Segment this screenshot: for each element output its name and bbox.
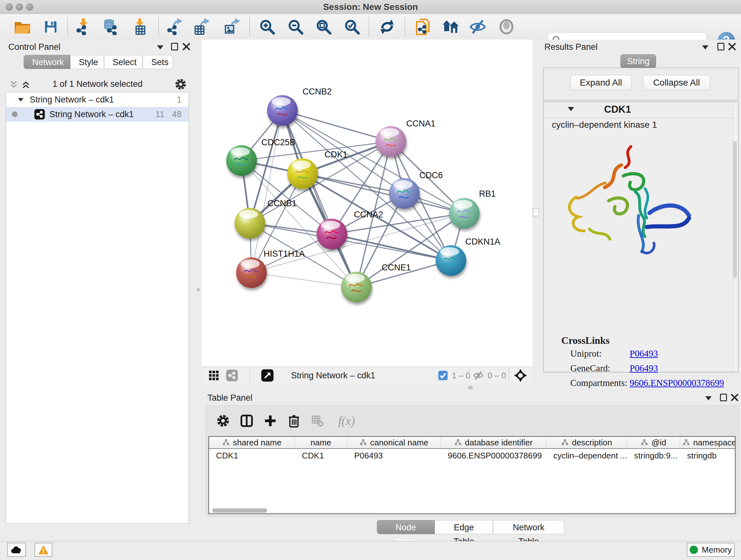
table-cell[interactable]: P06493 <box>347 449 441 462</box>
export-network-icon <box>166 18 183 35</box>
results-panel-float-icon[interactable] <box>718 43 724 51</box>
network-node-CDC6[interactable] <box>389 178 420 209</box>
create-column-button[interactable] <box>261 412 279 430</box>
show-all-button[interactable] <box>497 18 515 36</box>
tab-style[interactable]: Style <box>70 55 104 69</box>
tab-string[interactable]: String <box>620 54 656 68</box>
network-node-RB1[interactable] <box>449 198 480 229</box>
table-panel-close-icon[interactable] <box>730 393 739 402</box>
import-table-button[interactable] <box>131 18 148 36</box>
network-node-CCNA1[interactable] <box>376 126 406 157</box>
copy-style-button[interactable] <box>414 18 432 36</box>
control-network-splitter[interactable] <box>195 40 202 541</box>
network-node-CCNB1[interactable] <box>234 208 265 239</box>
collection-expand-icon[interactable] <box>18 98 23 101</box>
zoom-selected-button[interactable] <box>343 18 361 36</box>
table-cell[interactable]: 9606.ENSP00000378699 <box>441 449 546 462</box>
window-title: Session: New Session <box>0 2 741 12</box>
refresh-view-button[interactable] <box>378 18 396 36</box>
network-edge-CCNB2-CCNA1[interactable] <box>282 111 391 141</box>
tab-sets[interactable]: Sets <box>143 55 173 69</box>
network-collection-row[interactable]: String Network – cdk1 1 <box>6 92 189 107</box>
table-cell[interactable]: cyclin–dependent ... <box>546 449 627 462</box>
column-header-description[interactable]: description <box>546 437 627 448</box>
network-node-CDKN1A[interactable] <box>435 245 466 276</box>
crosslink-link[interactable]: 9606.ENSP00000378699 <box>630 378 724 388</box>
column-header-namespace[interactable]: namespace <box>680 437 736 448</box>
network-node-CCNB2[interactable] <box>267 95 298 126</box>
show-columns-button[interactable] <box>238 412 256 430</box>
delete-column-button[interactable] <box>285 412 303 430</box>
results-panel-dock-icon[interactable] <box>702 45 709 50</box>
warning-icon <box>38 545 49 555</box>
crosslink-link[interactable]: P06493 <box>630 348 658 359</box>
column-header--id[interactable]: @id <box>627 437 680 448</box>
tab-select[interactable]: Select <box>104 55 143 69</box>
results-scrollbar[interactable] <box>733 103 738 371</box>
network-node-CCNE1[interactable] <box>341 272 372 302</box>
warning-status-button[interactable] <box>35 543 52 557</box>
zoom-out-button[interactable] <box>286 18 305 36</box>
memory-button[interactable]: Memory <box>687 543 735 557</box>
table-cell[interactable]: CDK1 <box>209 449 295 462</box>
column-header-database-identifier[interactable]: database identifier <box>441 437 546 448</box>
column-header-shared-name[interactable]: shared name <box>209 437 295 448</box>
network-edge-CCNA2-CDKN1A[interactable] <box>332 234 451 260</box>
results-scrollbar-thumb[interactable] <box>733 141 737 278</box>
crosslink-link[interactable]: P06493 <box>630 363 658 374</box>
network-view-button[interactable] <box>226 369 238 382</box>
results-panel-close-icon[interactable] <box>728 42 737 51</box>
save-session-button[interactable] <box>42 18 60 36</box>
table-cell[interactable]: stringdb <box>680 449 736 462</box>
detach-view-button[interactable] <box>261 369 274 382</box>
collapse-entry-icon[interactable] <box>568 107 574 111</box>
network-row[interactable]: String Network – cdk1 11 48 <box>6 107 189 122</box>
tab-edge-table[interactable]: Edge Table <box>434 520 493 534</box>
table-cell[interactable]: CDK1 <box>295 449 347 462</box>
table-horizontal-scrollbar[interactable] <box>212 508 267 513</box>
table-panel-dock-icon[interactable] <box>705 396 712 400</box>
tab-network[interactable]: Network <box>23 55 70 69</box>
network-canvas[interactable]: CCNB2CCNA1CDC25BCDK1CDC6RB1CCNB1CCNA2CDK… <box>202 40 532 367</box>
table-row[interactable]: CDK1CDK1P064939606.ENSP00000378699cyclin… <box>209 449 735 462</box>
expand-all-button[interactable]: Expand All <box>570 75 631 90</box>
tab-node-table[interactable]: Node Table <box>377 520 434 534</box>
network-results-splitter[interactable] <box>532 40 540 384</box>
column-header-canonical-name[interactable]: canonical name <box>347 437 441 448</box>
splitter-grip[interactable] <box>468 386 473 389</box>
export-table-button[interactable] <box>193 18 211 36</box>
hide-selected-button[interactable] <box>469 18 487 36</box>
table-cell[interactable]: stringdb:9... <box>627 449 680 462</box>
import-network-from-database-button[interactable] <box>101 18 119 36</box>
network-node-CDK1[interactable] <box>287 159 318 189</box>
splitter-handle[interactable] <box>533 208 539 216</box>
control-panel-float-icon[interactable] <box>171 43 178 51</box>
splitter-grip[interactable] <box>197 288 200 292</box>
network-edge-RB1-CCNA2[interactable] <box>332 213 464 234</box>
control-panel-dock-icon[interactable] <box>157 45 163 50</box>
grid-view-button[interactable] <box>208 369 219 382</box>
network-edge-CCNE1-HIST1H1A[interactable] <box>252 273 356 287</box>
network-node-HIST1H1A[interactable] <box>236 257 267 288</box>
network-node-CCNA2[interactable] <box>317 219 347 249</box>
table-panel-float-icon[interactable] <box>720 394 727 401</box>
open-file-button[interactable] <box>13 18 31 36</box>
network-edge-CCNB2-HIST1H1A[interactable] <box>252 111 282 273</box>
zoom-in-button[interactable] <box>258 18 276 36</box>
tab-network-table[interactable]: Network Table <box>493 520 564 534</box>
collapse-all-button[interactable]: Collapse All <box>643 75 710 90</box>
houses-button[interactable] <box>442 18 460 36</box>
column-header-name[interactable]: name <box>295 437 347 448</box>
control-panel-close-icon[interactable] <box>182 42 191 51</box>
import-network-button[interactable] <box>74 18 91 36</box>
gene-entry-header[interactable]: CDK1 <box>543 102 738 118</box>
export-table-icon <box>194 18 210 35</box>
export-image-button[interactable] <box>224 18 242 36</box>
gear-icon[interactable] <box>175 78 186 90</box>
zoom-fit-button[interactable] <box>315 18 333 36</box>
pan-mode-button[interactable] <box>514 369 527 382</box>
cloud-status-button[interactable] <box>7 543 26 557</box>
network-node-CDC25B[interactable] <box>226 145 257 176</box>
export-network-button[interactable] <box>166 18 184 36</box>
table-settings-button[interactable] <box>214 412 232 430</box>
